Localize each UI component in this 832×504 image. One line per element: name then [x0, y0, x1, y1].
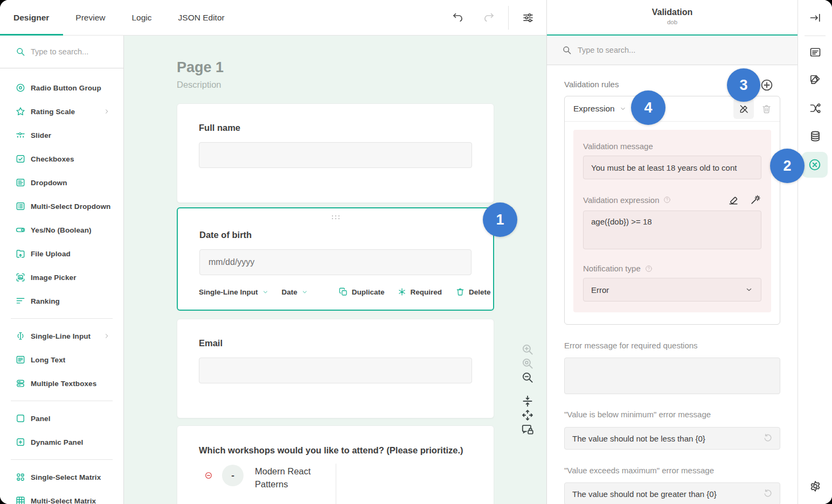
toolbox-item-rating-scale[interactable]: Rating Scale	[0, 100, 123, 123]
max-error-input[interactable]: The value should not be greater than {0}	[564, 482, 780, 504]
required-toggle[interactable]: Required	[397, 287, 442, 297]
min-error-value: The value should not be less than {0}	[572, 434, 705, 443]
duplicate-button[interactable]: Duplicate	[338, 287, 385, 297]
drag-handle-icon[interactable]	[331, 215, 341, 220]
min-error-label: "Value is below minimum" error message	[564, 410, 711, 419]
page-description[interactable]: Description	[177, 80, 221, 90]
toolbox-item-dynamic-panel[interactable]: Dynamic Panel	[0, 430, 123, 454]
notification-type-value: Error	[591, 285, 609, 295]
chevron-right-icon	[103, 332, 110, 340]
question-card-full-name[interactable]: Full name	[177, 103, 494, 203]
multi-select-matrix-icon	[15, 495, 26, 504]
help-icon[interactable]	[663, 195, 671, 204]
zoom-reset-icon[interactable]	[521, 356, 535, 370]
delete-question-button[interactable]: Delete	[455, 287, 491, 297]
question-card-workshops[interactable]: Which workshops would you like to attend…	[177, 425, 494, 504]
undo-icon[interactable]	[452, 11, 464, 24]
text-input[interactable]	[199, 142, 472, 168]
ranking-item-label[interactable]: Modern React Patterns	[255, 465, 320, 491]
toolbox-item-checkboxes[interactable]: Checkboxes	[0, 147, 123, 171]
toolbox-item-panel[interactable]: Panel	[0, 407, 123, 430]
page-title[interactable]: Page 1	[177, 59, 224, 76]
chevron-down-icon	[619, 105, 627, 113]
question-type-dropdown[interactable]: Single-Line Input	[199, 288, 269, 296]
reset-to-default-icon[interactable]	[762, 488, 773, 499]
toolbox-item-multi-select-matrix[interactable]: Multi-Select Matrix	[0, 489, 123, 504]
required-error-input[interactable]	[564, 358, 780, 394]
toolbox-item-label: Yes/No (Boolean)	[31, 226, 92, 234]
build-expression-icon[interactable]	[750, 194, 761, 206]
tab-logic[interactable]: Logic	[131, 13, 151, 23]
ranking-item[interactable]: - Modern React Patterns	[204, 465, 320, 491]
toolbox-search[interactable]: Type to search...	[0, 36, 123, 68]
search-icon	[561, 45, 572, 55]
remove-item-icon[interactable]	[204, 471, 213, 480]
toolbox-item-file-upload[interactable]: File Upload	[0, 242, 123, 265]
layout-theme-icon[interactable]	[809, 73, 822, 86]
image-picker-icon	[15, 272, 26, 283]
survey-settings-icon[interactable]	[522, 11, 535, 24]
question-title: Date of birth	[199, 230, 252, 240]
general-settings-icon[interactable]	[809, 46, 822, 59]
min-error-input[interactable]: The value should not be less than {0}	[564, 427, 780, 450]
single-line-input-icon	[15, 331, 26, 341]
file-upload-icon	[15, 248, 26, 259]
toolbox-item-ranking[interactable]: Ranking	[0, 289, 123, 313]
collapse-pages-icon[interactable]	[521, 394, 535, 408]
validation-rule-card: Expression Validation message You must b…	[564, 96, 780, 325]
toolbox-item-label: Slider	[31, 131, 51, 139]
notification-type-select[interactable]: Error	[583, 278, 761, 302]
add-rule-plus-icon[interactable]	[760, 78, 774, 92]
question-card-email[interactable]: Email	[177, 319, 494, 418]
duplicate-icon	[338, 287, 348, 297]
reset-to-default-icon[interactable]	[762, 433, 773, 444]
panel-title: Validation	[547, 0, 798, 17]
toolbox-item-single-line-input[interactable]: Single-Line Input	[0, 324, 123, 348]
settings-gear-icon[interactable]	[809, 480, 822, 493]
drag-mode-icon[interactable]	[521, 408, 535, 422]
notification-type-label: Notification type	[583, 264, 653, 273]
zoom-out-icon[interactable]	[521, 370, 535, 384]
panel-subtitle: dob	[547, 19, 798, 25]
chevron-down-icon	[262, 289, 269, 296]
validation-message-input[interactable]: You must be at least 18 years old to con…	[583, 156, 761, 179]
delete-rule-icon[interactable]	[756, 99, 776, 119]
toolbox-item-image-picker[interactable]: Image Picker	[0, 265, 123, 289]
tab-designer[interactable]: Designer	[13, 13, 49, 23]
help-icon[interactable]	[644, 264, 653, 273]
toolbox-item-radio-button-group[interactable]: Radio Button Group	[0, 76, 123, 100]
toolbox-item-dropdown[interactable]: Dropdown	[0, 171, 123, 194]
zoom-in-icon[interactable]	[521, 342, 535, 356]
question-card-date-of-birth[interactable]: Date of birth mm/dd/yyyy Single-Line Inp…	[177, 207, 494, 311]
toolbox-item-yes-no-boolean-[interactable]: Yes/No (Boolean)	[0, 218, 123, 242]
text-input[interactable]	[199, 358, 472, 383]
top-bar-actions	[452, 0, 535, 36]
lock-questions-icon[interactable]	[521, 422, 535, 436]
toolbox-item-label: Multi-Select Matrix	[31, 497, 96, 504]
toolbox-item-multi-select-dropdown[interactable]: Multi-Select Dropdown	[0, 194, 123, 218]
annotation-badge-1: 1	[483, 202, 517, 237]
date-input[interactable]: mm/dd/yyyy	[199, 249, 472, 275]
toolbox-item-slider[interactable]: Slider	[0, 123, 123, 147]
property-search[interactable]: Type to search...	[547, 36, 798, 65]
tab-json-editor[interactable]: JSON Editor	[178, 13, 225, 23]
data-icon[interactable]	[809, 130, 822, 143]
design-canvas: Page 1 Description Full name Date of bir…	[124, 36, 546, 504]
tab-preview[interactable]: Preview	[75, 13, 105, 23]
validation-tab-active[interactable]	[802, 152, 828, 178]
toolbox-item-long-text[interactable]: Long Text	[0, 348, 123, 372]
toolbox-item-single-select-matrix[interactable]: Single-Select Matrix	[0, 465, 123, 489]
input-type-dropdown[interactable]: Date	[282, 288, 308, 296]
date-placeholder: mm/dd/yyyy	[209, 257, 254, 267]
logic-icon[interactable]	[809, 102, 822, 115]
redo-icon[interactable]	[482, 11, 495, 24]
toolbox-item-multiple-textboxes[interactable]: Multiple Textboxes	[0, 372, 123, 395]
validation-rules-label: Validation rules	[564, 80, 619, 89]
collapse-panel-icon[interactable]	[809, 11, 822, 24]
clear-expression-icon[interactable]	[727, 194, 739, 206]
toolbox-item-label: Ranking	[31, 297, 60, 305]
toolbox-item-label: Checkboxes	[31, 155, 74, 163]
validation-expression-input[interactable]: age({dob}) >= 18	[583, 211, 761, 249]
panel-icon	[15, 413, 26, 424]
rule-type-dropdown[interactable]: Expression	[573, 104, 627, 114]
